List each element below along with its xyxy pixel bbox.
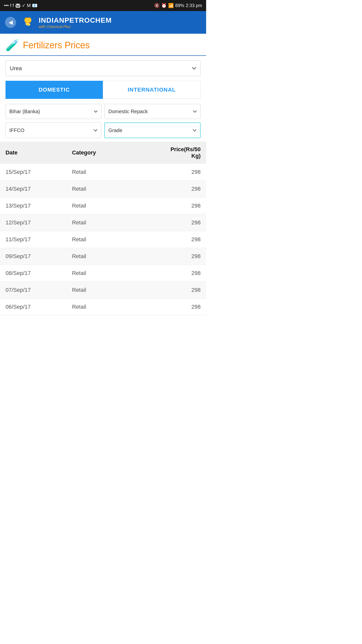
table-row: 07/Sep/17 Retail 298 bbox=[0, 282, 206, 299]
back-icon: ◀ bbox=[9, 19, 13, 26]
app-logo bbox=[20, 15, 36, 30]
time-display: 2:33 pm bbox=[186, 3, 202, 8]
flask-icon: 🧪 bbox=[6, 39, 19, 52]
price-cell: 298 bbox=[131, 248, 206, 265]
logo-area: INDIANPETROCHEM with Chemical Plus bbox=[20, 15, 112, 30]
commodity-select[interactable]: Urea DAP MOP SSP bbox=[6, 60, 201, 76]
status-info: 🔇 ⏰ 📶 89% 2:33 pm bbox=[154, 3, 202, 8]
company-select[interactable]: IFFCO NFL KRIBHCO RCF bbox=[6, 123, 101, 138]
category-cell: Retail bbox=[66, 282, 130, 299]
price-column-header: Price(Rs/50Kg) bbox=[131, 142, 206, 164]
date-column-header: Date bbox=[0, 142, 66, 164]
price-cell: 298 bbox=[131, 299, 206, 315]
domestic-tab[interactable]: DOMESTIC bbox=[6, 81, 103, 99]
status-icons: ••• f f 🐼 ✓ M 📧 bbox=[4, 3, 37, 8]
table-body: 15/Sep/17 Retail 298 14/Sep/17 Retail 29… bbox=[0, 164, 206, 315]
price-cell: 298 bbox=[131, 197, 206, 214]
price-table-container: Date Category Price(Rs/50Kg) 15/Sep/17 R… bbox=[0, 142, 206, 315]
table-row: 14/Sep/17 Retail 298 bbox=[0, 181, 206, 197]
category-cell: Retail bbox=[66, 299, 130, 315]
commodity-dropdown-container: Urea DAP MOP SSP bbox=[0, 56, 206, 81]
category-cell: Retail bbox=[66, 231, 130, 248]
table-row: 06/Sep/17 Retail 298 bbox=[0, 299, 206, 315]
table-row: 13/Sep/17 Retail 298 bbox=[0, 197, 206, 214]
logo-text-area: INDIANPETROCHEM with Chemical Plus bbox=[39, 16, 112, 29]
date-cell: 06/Sep/17 bbox=[0, 299, 66, 315]
date-cell: 08/Sep/17 bbox=[0, 265, 66, 282]
mute-icon: 🔇 bbox=[154, 3, 160, 8]
date-cell: 07/Sep/17 bbox=[0, 282, 66, 299]
tab-container: DOMESTIC INTERNATIONAL bbox=[6, 81, 201, 99]
app-tagline: with Chemical Plus bbox=[39, 24, 112, 29]
back-button[interactable]: ◀ bbox=[5, 17, 16, 28]
category-column-header: Category bbox=[66, 142, 130, 164]
date-cell: 11/Sep/17 bbox=[0, 231, 66, 248]
table-row: 15/Sep/17 Retail 298 bbox=[0, 164, 206, 181]
filter-row-2: IFFCO NFL KRIBHCO RCF Grade A B C bbox=[0, 123, 206, 142]
international-tab[interactable]: INTERNATIONAL bbox=[103, 81, 201, 99]
battery-text: 89% bbox=[175, 3, 184, 8]
price-cell: 298 bbox=[131, 231, 206, 248]
category-cell: Retail bbox=[66, 164, 130, 181]
price-table: Date Category Price(Rs/50Kg) 15/Sep/17 R… bbox=[0, 142, 206, 315]
page-title-area: 🧪 Fertilizers Prices bbox=[0, 34, 206, 56]
pack-type-select[interactable]: Domestic Repack Imported Local bbox=[105, 104, 201, 119]
status-bar: ••• f f 🐼 ✓ M 📧 🔇 ⏰ 📶 89% 2:33 pm bbox=[0, 0, 206, 11]
table-row: 09/Sep/17 Retail 298 bbox=[0, 248, 206, 265]
date-cell: 14/Sep/17 bbox=[0, 181, 66, 197]
table-row: 11/Sep/17 Retail 298 bbox=[0, 231, 206, 248]
date-cell: 15/Sep/17 bbox=[0, 164, 66, 181]
category-cell: Retail bbox=[66, 197, 130, 214]
table-header: Date Category Price(Rs/50Kg) bbox=[0, 142, 206, 164]
price-cell: 298 bbox=[131, 164, 206, 181]
date-cell: 12/Sep/17 bbox=[0, 214, 66, 231]
filter-row-1: Bihar (Banka) Maharashtra Punjab Gujarat… bbox=[0, 104, 206, 123]
category-cell: Retail bbox=[66, 248, 130, 265]
price-cell: 298 bbox=[131, 181, 206, 197]
page-title: Fertilizers Prices bbox=[23, 40, 90, 51]
notification-icons: ••• f f 🐼 ✓ M 📧 bbox=[4, 3, 37, 8]
price-cell: 298 bbox=[131, 214, 206, 231]
category-cell: Retail bbox=[66, 214, 130, 231]
grade-select[interactable]: Grade A B C bbox=[104, 123, 201, 138]
price-cell: 298 bbox=[131, 265, 206, 282]
table-row: 12/Sep/17 Retail 298 bbox=[0, 214, 206, 231]
date-cell: 13/Sep/17 bbox=[0, 197, 66, 214]
app-name: INDIANPETROCHEM bbox=[39, 16, 112, 24]
table-row: 08/Sep/17 Retail 298 bbox=[0, 265, 206, 282]
alarm-icon: ⏰ bbox=[161, 3, 167, 8]
date-cell: 09/Sep/17 bbox=[0, 248, 66, 265]
price-cell: 298 bbox=[131, 282, 206, 299]
svg-point-3 bbox=[24, 18, 31, 22]
signal-icon: 📶 bbox=[168, 3, 174, 8]
category-cell: Retail bbox=[66, 265, 130, 282]
category-cell: Retail bbox=[66, 181, 130, 197]
app-header: ◀ INDIANPETROCHEM with Chemical Plus bbox=[0, 11, 206, 34]
region-select[interactable]: Bihar (Banka) Maharashtra Punjab Gujarat bbox=[6, 104, 102, 119]
table-header-row: Date Category Price(Rs/50Kg) bbox=[0, 142, 206, 164]
